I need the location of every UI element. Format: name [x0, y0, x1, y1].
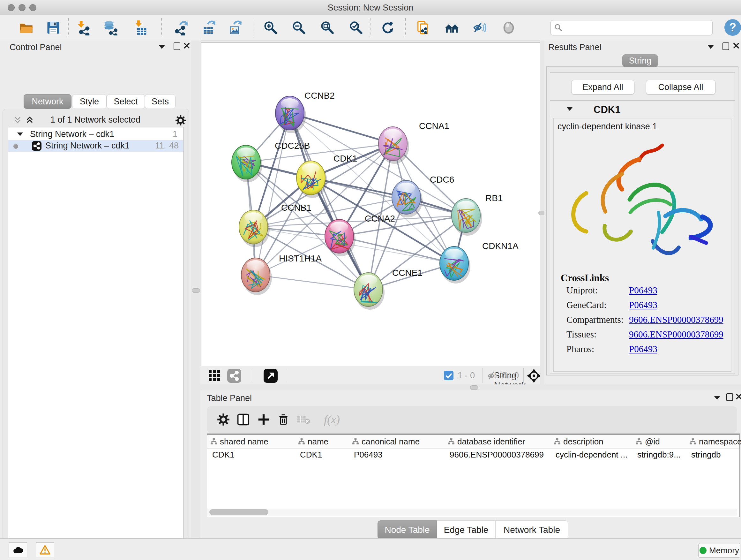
help-button[interactable]: ?	[724, 19, 741, 36]
export-image-button[interactable]	[226, 19, 245, 37]
import-table-icon	[134, 20, 149, 36]
tab-network[interactable]: Network	[23, 94, 71, 109]
panel-close-icon[interactable]	[184, 43, 190, 49]
columns-icon	[237, 413, 250, 426]
crosslink-link[interactable]: 9606.ENSP00000378699	[629, 329, 724, 340]
selected-checkbox-icon[interactable]	[444, 370, 454, 381]
gene-section-header[interactable]: CDK1	[550, 102, 735, 117]
export-image-icon	[228, 20, 243, 36]
add-column-button[interactable]	[257, 413, 271, 427]
panel-dropdown-icon[interactable]	[714, 396, 720, 400]
delete-table-button[interactable]	[297, 413, 311, 427]
column-header-shared-name[interactable]: shared name	[207, 435, 295, 449]
open-session-button[interactable]	[17, 19, 35, 37]
left-splitter[interactable]	[191, 41, 201, 538]
column-header-name[interactable]: name	[295, 435, 349, 449]
column-header-id[interactable]: @id	[632, 435, 686, 449]
clone-network-button[interactable]	[414, 19, 432, 37]
cell-name[interactable]: CDK1	[295, 450, 349, 461]
crosslink-link[interactable]: P06493	[629, 285, 657, 296]
delete-column-button[interactable]	[276, 413, 290, 427]
left-splitter-handle[interactable]	[192, 288, 200, 293]
grid-view-icon[interactable]	[208, 369, 221, 382]
network-tree: String Network – cdk1 1 String Network –…	[8, 127, 184, 560]
column-header-database-identifier[interactable]: database identifier	[445, 435, 551, 449]
import-network-file-button[interactable]	[75, 19, 93, 37]
network-canvas[interactable]: CCNB2CCNA1CDC25BCDK1CDC6RB1CCNB1CCNA2CDK…	[201, 43, 541, 367]
gear-icon[interactable]	[175, 115, 186, 126]
tab-sets[interactable]: Sets	[145, 94, 176, 109]
glass-ball-effect-button[interactable]	[500, 19, 518, 37]
zoom-out-button[interactable]	[290, 19, 308, 37]
hidden-eye-icon[interactable]	[487, 370, 499, 381]
collapse-caret-icon[interactable]	[567, 107, 572, 111]
panel-float-icon[interactable]	[174, 43, 180, 50]
crosslink-link[interactable]: P06493	[629, 344, 657, 354]
eye-slash-button[interactable]	[471, 19, 488, 37]
export-table-button[interactable]	[200, 19, 218, 37]
function-builder-button[interactable]: f(x)	[319, 413, 345, 427]
column-header-namespace[interactable]: namespace	[686, 435, 739, 449]
tab-node-table[interactable]: Node Table	[378, 520, 437, 540]
zoom-fit-button[interactable]	[318, 19, 336, 37]
string-view-icon[interactable]	[227, 369, 241, 383]
cell-id[interactable]: stringdb:9...	[632, 450, 686, 461]
selected-count: 1 - 0	[458, 371, 475, 381]
cloud-status-button[interactable]	[9, 543, 27, 557]
tab-string-results[interactable]: String	[622, 54, 658, 67]
scrollbar-thumb[interactable]	[209, 509, 268, 515]
cell-description[interactable]: cyclin-dependent ...	[550, 450, 632, 461]
warnings-button[interactable]	[36, 543, 54, 557]
tab-select[interactable]: Select	[107, 94, 145, 109]
open-in-new-window-icon[interactable]	[264, 369, 278, 383]
zoom-in-button[interactable]	[261, 19, 279, 37]
hidden-count: 0 - 0	[502, 371, 519, 381]
expand-all-button[interactable]: Expand All	[571, 80, 634, 95]
panel-float-icon[interactable]	[726, 393, 733, 401]
collapse-caret-icon[interactable]	[17, 132, 23, 136]
network-collection-row[interactable]: String Network – cdk1 1	[8, 129, 183, 140]
tab-network-table[interactable]: Network Table	[495, 520, 568, 540]
memory-button[interactable]: Memory	[698, 543, 740, 558]
panel-close-icon[interactable]	[733, 43, 739, 49]
column-header-description[interactable]: description	[550, 435, 632, 449]
protein-structure-image	[557, 136, 728, 270]
refresh-button[interactable]	[379, 19, 397, 37]
cell-canonical-name[interactable]: P06493	[349, 450, 445, 461]
import-network-database-button[interactable]	[102, 19, 119, 37]
cell-database-identifier[interactable]: 9606.ENSP00000378699	[445, 450, 550, 461]
save-session-button[interactable]	[44, 19, 62, 37]
collapse-all-button[interactable]: Collapse All	[646, 80, 716, 95]
attribute-icon	[352, 438, 359, 445]
table-horizontal-scrollbar[interactable]	[207, 509, 737, 516]
window-title: Session: New Session	[0, 3, 741, 13]
panel-dropdown-icon[interactable]	[159, 45, 165, 49]
panel-float-icon[interactable]	[723, 43, 729, 50]
delete-table-icon	[297, 413, 311, 426]
string-home-button[interactable]	[443, 19, 461, 37]
cell-namespace[interactable]: stringdb	[686, 450, 739, 461]
tab-style[interactable]: Style	[72, 94, 107, 109]
main-toolbar: ?	[0, 15, 741, 41]
search-input[interactable]	[565, 21, 710, 35]
horizontal-splitter[interactable]	[200, 384, 741, 390]
collapse-all-chevron-icon[interactable]	[13, 116, 22, 125]
export-network-button[interactable]	[172, 19, 190, 37]
panel-close-icon[interactable]	[736, 394, 741, 399]
import-table-file-button[interactable]	[132, 19, 150, 37]
toolbar-separator	[253, 18, 253, 37]
network-manager: 1 of 1 Network selected String Network –…	[3, 109, 189, 560]
column-header-canonical-name[interactable]: canonical name	[349, 435, 445, 449]
panel-dropdown-icon[interactable]	[708, 45, 714, 49]
birds-eye-view-icon[interactable]	[527, 368, 541, 383]
zoom-selected-button[interactable]	[347, 19, 365, 37]
tab-edge-table[interactable]: Edge Table	[437, 520, 495, 540]
horizontal-splitter-handle[interactable]	[470, 385, 478, 390]
table-settings-button[interactable]	[216, 413, 230, 427]
crosslink-link[interactable]: P06493	[629, 300, 657, 310]
cell-shared-name[interactable]: CDK1	[207, 450, 295, 461]
crosslink-link[interactable]: 9606.ENSP00000378699	[629, 314, 724, 325]
right-splitter[interactable]	[540, 41, 544, 384]
network-row-selected[interactable]: String Network – cdk1 11 48	[8, 140, 183, 152]
show-columns-button[interactable]	[236, 413, 250, 427]
